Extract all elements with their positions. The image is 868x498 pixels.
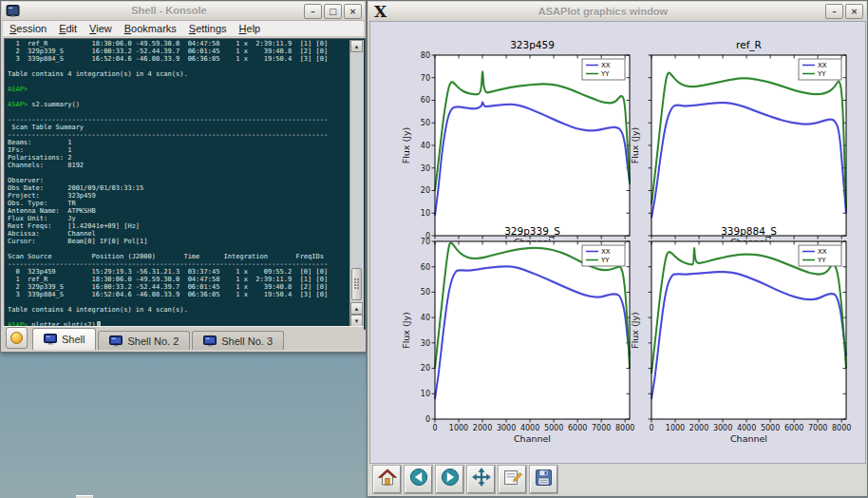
terminal-line: 2 329p339_S 16:00:33.2 -52.44.39.7 06:01… xyxy=(8,48,349,55)
terminal-line: ASAP> s2.summary() xyxy=(8,101,349,108)
terminal-line: Rest Freqs: [1.42041e+09] [Hz] xyxy=(8,222,349,230)
session-orb-icon xyxy=(10,332,23,344)
subplot-title: ref_R xyxy=(736,39,762,51)
terminal-line: Project: 323p459 xyxy=(8,192,349,200)
forward-icon xyxy=(441,468,460,490)
x-axis-label: Channel xyxy=(730,433,767,444)
forward-button[interactable] xyxy=(436,466,463,493)
konsole-menubar: SessionEditViewBookmarksSettingsHelp xyxy=(3,21,364,37)
asaplot-titlebar[interactable]: X ASAPlot graphics window –× xyxy=(368,2,866,22)
menu-view[interactable]: View xyxy=(89,23,112,34)
terminal-line xyxy=(8,108,349,116)
y-tick-label: 70 xyxy=(421,238,430,246)
x-axis-label: Channel xyxy=(514,433,551,444)
terminal-output[interactable]: 1 ref_R 18:30:06.0 -49.59.30.0 04:47:58 … xyxy=(8,40,349,328)
desktop: Shell - Konsole –□× SessionEditViewBookm… xyxy=(0,0,868,498)
y-tick-label: 40 xyxy=(421,142,430,150)
konsole-app-icon xyxy=(6,4,20,18)
y-tick-label: 70 xyxy=(421,74,430,83)
x-tick-label: 1000 xyxy=(666,424,685,432)
subplot-title: 323p459 xyxy=(510,39,555,50)
figure-canvas[interactable]: Channel01020304050607080323p459Flux (Jy)… xyxy=(369,21,866,464)
terminal-line: Flux Unit: Jy xyxy=(8,215,349,222)
menu-session[interactable]: Session xyxy=(9,23,47,34)
terminal-scrollbar[interactable]: ▲ ▲ ▼ xyxy=(349,40,364,328)
legend-label-YY: YY xyxy=(600,70,610,78)
y-tick-label: 40 xyxy=(421,314,430,322)
x11-icon: X xyxy=(374,2,387,21)
subplot-title: 329p339_S xyxy=(504,225,560,238)
menu-help[interactable]: Help xyxy=(239,23,261,34)
terminal-line: Table contains 4 integration(s) in 4 sca… xyxy=(8,70,349,78)
konsole-close-button[interactable]: × xyxy=(344,4,362,19)
tab-shell-no-3[interactable]: Shell No. 3 xyxy=(192,331,284,350)
subplot-323p459: Channel01020304050607080323p459Flux (Jy)… xyxy=(401,39,630,247)
y-tick-label: 60 xyxy=(421,96,430,105)
x-tick-label: 1000 xyxy=(449,424,468,432)
terminal-line xyxy=(8,63,349,70)
x-tick-label: 8000 xyxy=(832,424,851,432)
terminal-line: 3 339p884_S 16:52:04.6 -46.08.33.9 06:36… xyxy=(8,55,349,63)
y-tick-label: 60 xyxy=(421,263,430,272)
legend-label-XX: XX xyxy=(818,248,827,256)
subplot-title: 339p884_S xyxy=(721,225,777,238)
terminal-line: Table contains 4 integration(s) in 4 sca… xyxy=(8,306,349,314)
x-tick-label: 2000 xyxy=(473,424,492,432)
terminal-line: ----------------------------------------… xyxy=(8,260,349,268)
y-tick-label: 50 xyxy=(421,119,430,127)
save-icon xyxy=(535,469,553,490)
legend-label-YY: YY xyxy=(817,70,826,78)
konsole-maximize-button[interactable]: □ xyxy=(324,4,342,19)
scrollbar-grip xyxy=(354,278,360,290)
legend-label-XX: XX xyxy=(601,62,611,69)
menu-bookmarks[interactable]: Bookmarks xyxy=(124,23,177,34)
y-axis-label: Flux (Jy) xyxy=(401,312,411,349)
terminal-line: ASAP> xyxy=(8,86,349,93)
y-tick-label: 10 xyxy=(421,209,430,218)
x-tick-label: 4000 xyxy=(737,424,756,432)
subplot-339p884_S: Channel010002000300040005000600070008000… xyxy=(630,225,851,444)
save-button[interactable] xyxy=(530,466,557,493)
menu-settings[interactable]: Settings xyxy=(189,23,227,34)
y-tick-label: 30 xyxy=(421,339,430,348)
terminal-line xyxy=(8,245,349,253)
figure-svg[interactable]: Channel01020304050607080323p459Flux (Jy)… xyxy=(370,22,865,463)
konsole-tabbar: ShellShell No. 2Shell No. 3 xyxy=(3,326,364,350)
tab-shell[interactable]: Shell xyxy=(32,328,96,350)
terminal-tab-icon xyxy=(44,334,57,345)
tab-label: Shell xyxy=(62,334,85,345)
terminal[interactable]: 1 ref_R 18:30:06.0 -49.59.30.0 04:47:58 … xyxy=(4,38,366,330)
x-tick-label: 3000 xyxy=(713,424,732,432)
home-button[interactable] xyxy=(373,466,401,493)
konsole-minimize-button[interactable]: – xyxy=(304,4,322,19)
konsole-window: Shell - Konsole –□× SessionEditViewBookm… xyxy=(0,0,367,353)
terminal-tab-icon xyxy=(109,335,123,347)
x-tick-label: 7000 xyxy=(808,424,827,432)
menu-edit[interactable]: Edit xyxy=(59,23,77,34)
terminal-line: Abcissa: Channel xyxy=(8,230,349,238)
y-tick-label: 20 xyxy=(421,364,430,373)
y-tick-label: 0 xyxy=(425,415,430,424)
scrollbar-thumb[interactable] xyxy=(351,268,362,300)
x-tick-label: 3000 xyxy=(497,424,516,432)
legend-label-XX: XX xyxy=(818,62,827,69)
y-axis-label: Flux (Jy) xyxy=(630,312,640,349)
scroll-up2-icon[interactable]: ▲ xyxy=(350,302,363,315)
pan-button[interactable] xyxy=(467,466,495,493)
terminal-line: Polarisations: 2 xyxy=(8,154,349,162)
terminal-line: Cursor: Beam[0] IF[0] Pol[1] xyxy=(8,238,349,245)
new-session-button[interactable] xyxy=(6,327,28,349)
konsole-title: Shell - Konsole xyxy=(30,5,308,16)
legend-label-YY: YY xyxy=(817,257,826,264)
scroll-up-icon[interactable]: ▲ xyxy=(350,40,363,52)
asaplot-close-button[interactable]: × xyxy=(845,4,863,19)
terminal-line xyxy=(8,78,349,86)
tab-shell-no-2[interactable]: Shell No. 2 xyxy=(98,331,190,350)
konsole-titlebar[interactable]: Shell - Konsole –□× xyxy=(2,2,365,21)
terminal-line: Obs Date: 2001/09/01/03:33:15 xyxy=(8,184,349,192)
back-icon xyxy=(409,468,428,490)
x-tick-label: 5000 xyxy=(544,424,563,432)
asaplot-minimize-button[interactable]: – xyxy=(825,4,843,19)
subplots-button[interactable] xyxy=(499,466,526,493)
back-button[interactable] xyxy=(405,466,432,493)
